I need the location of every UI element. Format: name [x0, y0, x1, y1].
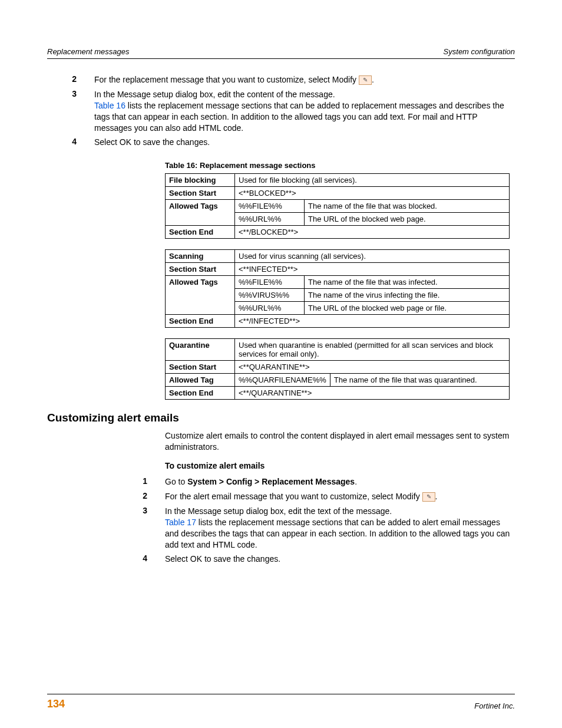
step-after-link: lists the replacement message sections t… [94, 101, 504, 133]
row-header: Quarantine [166, 339, 235, 361]
step-b1: 1 Go to System > Config > Replacement Me… [47, 476, 515, 487]
page-footer: 134 Fortinet Inc. [47, 694, 515, 710]
cell: <**INFECTED**> [235, 263, 510, 276]
row-header: Section End [166, 226, 235, 239]
step-b2: 2 For the alert email message that you w… [47, 491, 515, 502]
step-4: 4 Select OK to save the changes. [47, 137, 515, 148]
modify-icon[interactable]: ✎ [422, 492, 435, 502]
cell: %%QUARFILENAME%% [235, 374, 330, 387]
step-number: 4 [47, 554, 165, 565]
step-body: For the replacement message that you wan… [94, 74, 515, 85]
cell: Used when quarantine is enabled (permitt… [235, 339, 510, 361]
step-suffix: . [355, 477, 357, 486]
paragraph: Customize alert emails to control the co… [165, 430, 515, 453]
step-text: Go to [165, 477, 187, 486]
step-number: 3 [47, 506, 165, 551]
step-number: 3 [47, 89, 94, 134]
period: . [372, 75, 374, 84]
content: 2 For the replacement message that you w… [47, 74, 515, 676]
step-after-link: lists the replacement message sections t… [165, 518, 510, 549]
step-line: In the Message setup dialog box, edit th… [94, 89, 515, 100]
cell: %%FILE%% [235, 276, 305, 289]
table-caption: Table 16: Replacement message sections [165, 161, 515, 170]
row-header: Section End [166, 387, 235, 400]
nav-path: System > Config > Replacement Messages [187, 477, 355, 486]
step-body: Select OK to save the changes. [165, 554, 515, 565]
cell: The name of the file that was quarantine… [330, 374, 509, 387]
header-right: System configuration [444, 47, 515, 56]
step-number: 2 [47, 491, 165, 502]
row-header: Allowed Tag [166, 374, 235, 387]
heading-customizing-alert-emails: Customizing alert emails [47, 411, 515, 424]
header-left: Replacement messages [47, 47, 129, 56]
cell: Used for file blocking (all services). [235, 174, 510, 187]
step-body: In the Message setup dialog box, edit th… [94, 89, 515, 134]
cell: %%URL%% [235, 213, 305, 226]
cell: The URL of the blocked web page or file. [305, 302, 510, 315]
step-2: 2 For the replacement message that you w… [47, 74, 515, 85]
step-body: In the Message setup dialog box, edit th… [165, 506, 515, 551]
cell: The name of the file that was blocked. [305, 200, 510, 213]
row-header: File blocking [166, 174, 235, 187]
table-link[interactable]: Table 16 [94, 101, 125, 110]
cell: The URL of the blocked web page. [305, 213, 510, 226]
step-3: 3 In the Message setup dialog box, edit … [47, 89, 515, 134]
cell: The name of the virus infecting the file… [305, 289, 510, 302]
step-body: Go to System > Config > Replacement Mess… [165, 476, 515, 487]
period: . [435, 492, 438, 501]
page: Replacement messages System configuratio… [0, 0, 562, 728]
step-para: Table 16 lists the replacement message s… [94, 100, 515, 134]
step-text: For the replacement message that you wan… [94, 75, 359, 84]
row-header: Scanning [166, 250, 235, 263]
row-header: Section End [166, 315, 235, 328]
cell: The name of the file that was infected. [305, 276, 510, 289]
step-body: For the alert email message that you wan… [165, 491, 515, 502]
cell: %%FILE%% [235, 200, 305, 213]
cell: <**/QUARANTINE**> [235, 387, 510, 400]
row-header: Section Start [166, 187, 235, 200]
page-number: 134 [47, 698, 65, 710]
step-b4: 4 Select OK to save the changes. [47, 554, 515, 565]
row-header: Section Start [166, 263, 235, 276]
row-header: Section Start [166, 361, 235, 374]
step-b3: 3 In the Message setup dialog box, edit … [47, 506, 515, 551]
step-number: 4 [47, 137, 94, 148]
cell: <**/INFECTED**> [235, 315, 510, 328]
step-para: Table 17 lists the replacement message s… [165, 517, 515, 551]
cell: %%URL%% [235, 302, 305, 315]
step-body: Select OK to save the changes. [94, 137, 515, 148]
row-header: Allowed Tags [166, 276, 235, 315]
table-link[interactable]: Table 17 [165, 518, 196, 527]
cell: <**BLOCKED**> [235, 187, 510, 200]
cell: Used for virus scanning (all services). [235, 250, 510, 263]
step-number: 2 [47, 74, 94, 85]
cell: %%VIRUS%% [235, 289, 305, 302]
cell: <**QUARANTINE**> [235, 361, 510, 374]
table-quarantine: Quarantine Used when quarantine is enabl… [165, 338, 510, 400]
step-text: For the alert email message that you wan… [165, 492, 422, 501]
page-header: Replacement messages System configuratio… [47, 47, 515, 59]
table-scanning: Scanning Used for virus scanning (all se… [165, 249, 510, 328]
cell: <**/BLOCKED**> [235, 226, 510, 239]
subheading-to-customize: To customize alert emails [165, 461, 515, 470]
footer-company: Fortinet Inc. [474, 701, 515, 710]
step-number: 1 [47, 476, 165, 487]
row-header: Allowed Tags [166, 200, 235, 226]
table-file-blocking: File blocking Used for file blocking (al… [165, 173, 510, 239]
modify-icon[interactable]: ✎ [359, 75, 372, 85]
step-line: In the Message setup dialog box, edit th… [165, 506, 515, 517]
